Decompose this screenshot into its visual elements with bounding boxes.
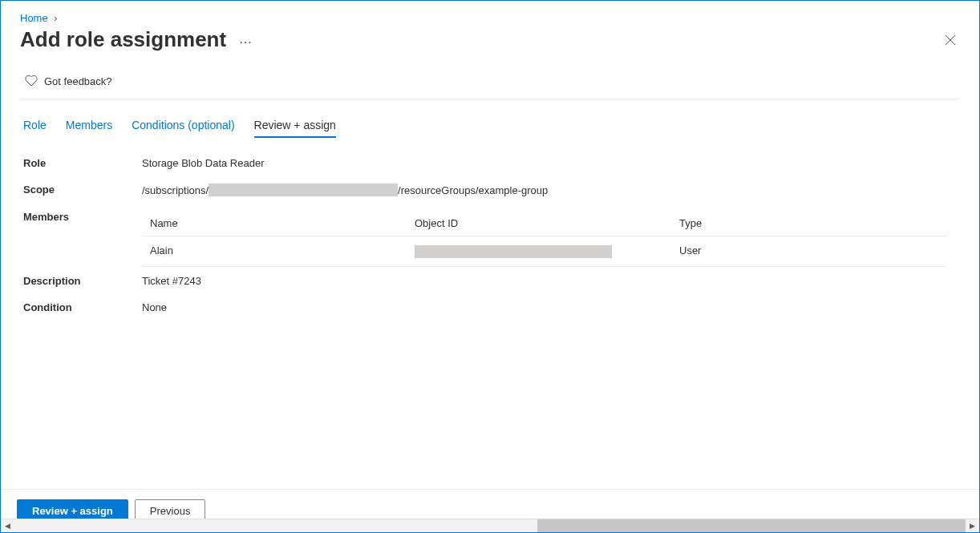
- heart-icon: [25, 75, 38, 87]
- redacted-subscription-id: [209, 184, 398, 196]
- more-icon[interactable]: ⋯: [239, 30, 253, 50]
- scope-value: /subscriptions/ /resourceGroups/example-…: [142, 184, 548, 196]
- table-header-row: Name Object ID Type: [142, 211, 947, 236]
- members-table: Name Object ID Type Alain User: [142, 211, 947, 267]
- page-title: Add role assignment: [20, 27, 226, 52]
- chevron-right-icon: ›: [54, 12, 57, 24]
- scroll-right-arrow-icon[interactable]: ▶: [966, 519, 979, 533]
- horizontal-scrollbar[interactable]: ◀ ▶: [1, 519, 979, 532]
- column-header-object-id[interactable]: Object ID: [415, 217, 679, 229]
- description-label: Description: [23, 275, 142, 287]
- tab-members[interactable]: Members: [66, 114, 112, 138]
- tab-review-assign[interactable]: Review + assign: [254, 114, 336, 138]
- member-name-cell: Alain: [150, 244, 415, 258]
- scope-label: Scope: [23, 184, 142, 196]
- description-value: Ticket #7243: [142, 275, 201, 287]
- role-value: Storage Blob Data Reader: [142, 157, 264, 169]
- column-header-type[interactable]: Type: [679, 217, 939, 229]
- tab-role[interactable]: Role: [23, 114, 47, 138]
- tabs: Role Members Conditions (optional) Revie…: [20, 114, 960, 138]
- member-objectid-cell: [415, 244, 679, 258]
- close-icon: [945, 34, 956, 46]
- member-type-cell: User: [679, 244, 939, 258]
- close-button[interactable]: [941, 30, 960, 50]
- redacted-object-id: [415, 245, 612, 258]
- condition-value: None: [142, 301, 167, 313]
- breadcrumb-home-link[interactable]: Home: [20, 12, 48, 24]
- condition-label: Condition: [23, 301, 142, 313]
- members-label: Members: [23, 211, 142, 223]
- scrollbar-track[interactable]: [14, 519, 966, 532]
- tab-conditions[interactable]: Conditions (optional): [132, 114, 234, 138]
- breadcrumb: Home ›: [20, 12, 960, 24]
- scope-suffix: /resourceGroups/example-group: [398, 184, 548, 196]
- feedback-label: Got feedback?: [44, 75, 112, 87]
- table-row: Alain User: [142, 236, 947, 267]
- role-label: Role: [23, 157, 142, 169]
- scope-prefix: /subscriptions/: [142, 184, 209, 196]
- column-header-name[interactable]: Name: [150, 217, 415, 229]
- feedback-button[interactable]: Got feedback?: [20, 68, 960, 99]
- scrollbar-thumb[interactable]: [537, 519, 966, 532]
- scroll-left-arrow-icon[interactable]: ◀: [1, 519, 14, 533]
